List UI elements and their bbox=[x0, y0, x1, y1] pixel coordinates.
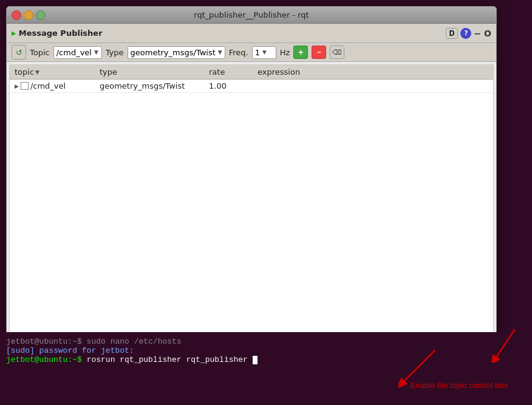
header-bar: ▶ Message Publisher D ? − O bbox=[7, 24, 496, 43]
col-header-topic[interactable]: topic ▼ bbox=[12, 66, 97, 78]
app-title: ▶ Message Publisher bbox=[12, 29, 103, 38]
cell-expression bbox=[255, 86, 491, 87]
topic-dropdown[interactable]: /cmd_vel ▼ bbox=[53, 46, 102, 59]
row-checkbox[interactable] bbox=[21, 82, 29, 90]
window-controls: × − □ bbox=[12, 10, 46, 20]
type-label: Type bbox=[106, 48, 124, 57]
expand-icon[interactable]: ▶ bbox=[15, 83, 19, 89]
clear-button[interactable]: ⌫ bbox=[330, 46, 344, 59]
topic-label: Topic bbox=[30, 48, 50, 57]
terminal-prompt-user: jetbot@ubuntu:~$ bbox=[6, 355, 82, 364]
app-title-text: Message Publisher bbox=[19, 29, 103, 38]
header-dash: − O bbox=[474, 29, 491, 38]
table-area: topic ▼ type rate expression ▶ /cmd bbox=[9, 64, 494, 349]
freq-dropdown-arrow: ▼ bbox=[262, 49, 267, 55]
terminal-area: jetbot@ubuntu:~$ sudo nano /etc/hosts [s… bbox=[0, 332, 532, 405]
type-value: geometry_msgs/Twist bbox=[131, 48, 216, 57]
col-header-expression: expression bbox=[255, 66, 491, 78]
window-title: rqt_publisher__Publisher - rqt bbox=[194, 10, 309, 19]
freq-value: 1 bbox=[255, 48, 260, 57]
maximize-button[interactable]: □ bbox=[36, 10, 46, 20]
topic-sort-icon: ▼ bbox=[35, 69, 39, 75]
clear-icon: ⌫ bbox=[332, 49, 342, 56]
svg-line-3 bbox=[497, 329, 515, 356]
play-icon: ▶ bbox=[12, 30, 16, 36]
annotation-arrow-2 bbox=[491, 326, 521, 362]
type-dropdown-arrow: ▼ bbox=[218, 49, 222, 55]
d-button[interactable]: D bbox=[446, 28, 459, 39]
terminal-cursor bbox=[253, 356, 257, 364]
terminal-cmd: rosrun rqt_publisher rqt_publisher bbox=[87, 355, 248, 364]
row-type-value: geometry_msgs/Twist bbox=[100, 81, 185, 90]
main-window: × − □ rqt_publisher__Publisher - rqt ▶ M… bbox=[6, 6, 497, 352]
topic-dropdown-arrow: ▼ bbox=[94, 49, 98, 55]
toolbar: ↺ Topic /cmd_vel ▼ Type geometry_msgs/Tw… bbox=[7, 43, 496, 62]
freq-dropdown[interactable]: 1 ▼ bbox=[252, 46, 276, 59]
table-row[interactable]: ▶ /cmd_vel geometry_msgs/Twist 1.00 bbox=[10, 80, 493, 93]
cell-type: geometry_msgs/Twist bbox=[97, 81, 206, 91]
hz-label: Hz bbox=[280, 48, 290, 57]
add-button[interactable]: + bbox=[293, 46, 308, 59]
cell-topic: ▶ /cmd_vel bbox=[12, 81, 97, 91]
help-button[interactable]: ? bbox=[460, 28, 471, 39]
cell-rate: 1.00 bbox=[206, 81, 255, 91]
window-content: ▶ Message Publisher D ? − O ↺ Topic /cmd… bbox=[7, 24, 496, 352]
title-bar: × − □ rqt_publisher__Publisher - rqt bbox=[7, 7, 496, 24]
table-header: topic ▼ type rate expression bbox=[10, 65, 493, 80]
freq-label: Freq. bbox=[229, 48, 248, 57]
col-header-rate: rate bbox=[206, 66, 255, 78]
close-button[interactable]: × bbox=[12, 10, 21, 20]
minimize-button[interactable]: − bbox=[24, 10, 33, 20]
type-dropdown[interactable]: geometry_msgs/Twist ▼ bbox=[128, 46, 225, 59]
col-header-type: type bbox=[97, 66, 206, 78]
terminal-line-3: jetbot@ubuntu:~$ rosrun rqt_publisher rq… bbox=[6, 355, 526, 364]
row-topic-value: /cmd_vel bbox=[30, 81, 66, 90]
annotation-text: Enable the topic control box bbox=[411, 381, 508, 390]
topic-value: /cmd_vel bbox=[56, 48, 92, 57]
refresh-icon: ↺ bbox=[16, 48, 22, 57]
refresh-button[interactable]: ↺ bbox=[12, 45, 26, 60]
terminal-line-1: jetbot@ubuntu:~$ sudo nano /etc/hosts bbox=[6, 337, 526, 346]
header-right-controls: D ? − O bbox=[446, 28, 491, 39]
row-rate-value: 1.00 bbox=[209, 81, 227, 90]
remove-button[interactable]: − bbox=[312, 46, 326, 59]
terminal-line-2: [sudo] password for jetbot: bbox=[6, 346, 526, 355]
